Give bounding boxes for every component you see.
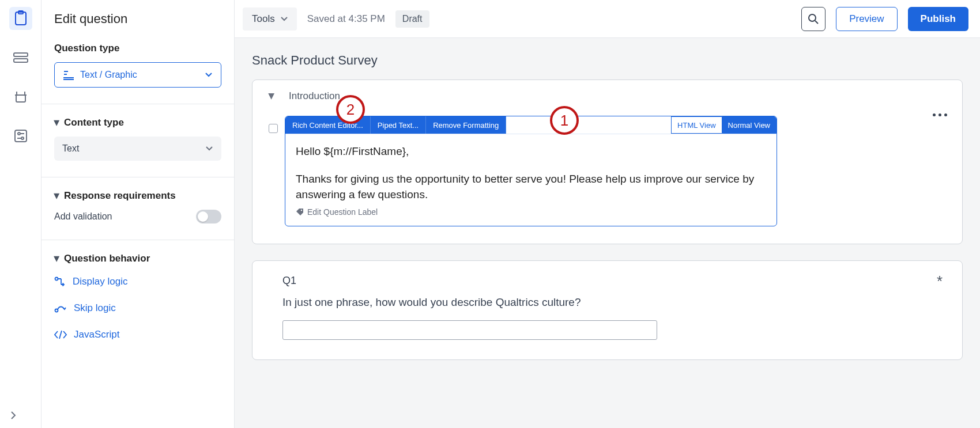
tools-button[interactable]: Tools [243,7,297,31]
qtype-heading: Question type [54,43,221,54]
search-icon [808,13,819,25]
draft-badge: Draft [395,10,429,28]
intro-greeting: Hello ${m://FirstName}, [296,143,766,160]
svg-point-14 [809,14,816,21]
response-req-header[interactable]: ▶ Response requirements [54,190,221,202]
text-graphic-icon [63,70,74,80]
content-type-select[interactable]: Text [54,137,221,161]
svg-rect-3 [14,59,28,62]
code-icon [54,330,67,339]
question-select-checkbox[interactable] [269,124,278,133]
block-title[interactable]: Introduction [289,90,340,102]
normal-view-toggle[interactable]: Normal View [722,116,777,134]
svg-rect-4 [16,95,25,102]
chevron-down-icon [281,17,288,21]
chevron-down-icon [205,146,213,151]
survey-title: Snack Product Survey [252,53,963,68]
question-body[interactable]: Hello ${m://FirstName}, Thanks for givin… [285,134,777,226]
skip-logic-label: Skip logic [74,302,116,314]
behavior-header[interactable]: ▶ Question behavior [54,253,221,264]
answer-text-input[interactable] [282,320,657,340]
search-button[interactable] [801,7,826,31]
rich-content-editor-tab[interactable]: Rich Content Editor... [285,116,371,134]
caret-icon: ▶ [53,194,61,199]
question-id: Q1 [282,275,938,287]
rail-flow-icon[interactable] [9,46,32,69]
saved-status: Saved at 4:35 PM [307,13,385,25]
panel-title: Edit question [54,12,221,26]
rail-survey-icon[interactable] [9,7,32,30]
chevron-down-icon [205,72,213,78]
display-logic-icon [54,277,66,287]
main: Tools Saved at 4:35 PM Draft Preview Pub… [235,0,980,428]
remove-formatting-tab[interactable]: Remove Formatting [426,116,506,134]
rail-expand-icon[interactable] [10,411,16,420]
question-card-q1[interactable]: Q1 * In just one phrase, how would you d… [252,260,963,360]
question-editor: Rich Content Editor... Piped Text... Rem… [285,116,777,226]
svg-point-12 [55,278,58,281]
question-text: In just one phrase, how would you descri… [282,296,938,309]
javascript-link[interactable]: JavaScript [54,329,221,340]
response-req-heading: Response requirements [64,190,176,202]
svg-point-16 [301,210,302,211]
caret-icon: ▶ [53,256,61,262]
publish-button[interactable]: Publish [908,7,968,31]
canvas: Snack Product Survey ▶ Introduction Rich… [235,38,980,375]
display-logic-link[interactable]: Display logic [54,276,221,287]
svg-point-7 [18,132,20,135]
svg-rect-5 [15,130,27,142]
intro-block: ▶ Introduction Rich Content Editor... Pi… [252,79,963,244]
divider [42,177,234,177]
content-type-heading: Content type [64,117,124,128]
divider [42,240,234,240]
javascript-label: JavaScript [74,329,119,340]
svg-line-15 [815,21,818,24]
question-type-select[interactable]: Text / Graphic [54,62,221,88]
html-view-toggle[interactable]: HTML View [671,116,721,134]
svg-point-9 [21,137,24,139]
topbar: Tools Saved at 4:35 PM Draft Preview Pub… [235,0,980,38]
content-type-header[interactable]: ▶ Content type [54,117,221,128]
side-panel: Edit question Question type Text / Graph… [42,0,235,428]
tag-icon [296,208,304,216]
caret-icon: ▶ [53,120,61,126]
required-star-icon: * [937,272,943,290]
edit-question-label[interactable]: Edit Question Label [296,206,766,218]
add-validation-label: Add validation [54,211,112,222]
svg-point-13 [55,309,58,312]
preview-button[interactable]: Preview [836,7,897,31]
behavior-heading: Question behavior [64,253,150,264]
skip-logic-link[interactable]: Skip logic [54,302,221,314]
caret-icon[interactable]: ▶ [267,93,277,100]
add-validation-toggle[interactable] [196,210,221,224]
edit-label-text: Edit Question Label [307,206,378,218]
nav-rail [0,0,42,428]
skip-logic-icon [54,304,67,313]
tools-label: Tools [252,13,275,25]
svg-rect-2 [14,53,28,56]
rail-settings-icon[interactable] [9,124,32,147]
question-type-label: Text / Graphic [80,70,205,80]
rail-look-icon[interactable] [9,85,32,108]
display-logic-label: Display logic [73,276,127,287]
intro-paragraph: Thanks for giving us the opportunity to … [296,171,766,203]
divider [42,104,234,104]
content-type-value: Text [62,143,205,154]
piped-text-tab[interactable]: Piped Text... [371,116,426,134]
